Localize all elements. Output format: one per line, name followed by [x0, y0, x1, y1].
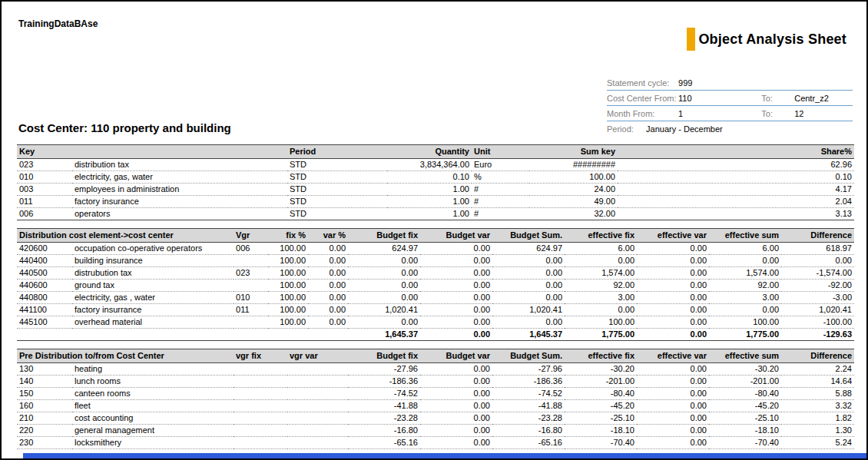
- table-cell: 003: [17, 184, 72, 196]
- table-cell: building insurance: [72, 255, 234, 267]
- table-cell: 0.00: [308, 316, 348, 329]
- table-cell: 100.00: [529, 171, 618, 184]
- table-cell: -27.96: [348, 363, 420, 376]
- table-cell: [287, 388, 348, 400]
- column-header: Distribution cost element->cost center: [17, 229, 234, 243]
- table-cell: 0.00: [637, 425, 709, 437]
- table-cell: 2.24: [781, 363, 854, 376]
- table-cell: -30.20: [709, 363, 781, 376]
- table-cell: [287, 437, 348, 449]
- table-cell: 440800: [17, 292, 72, 304]
- table-cell: 92.00: [565, 280, 637, 292]
- column-header: Budget var: [420, 349, 492, 363]
- report-window: TrainingDataBAse Object Analysis Sheet S…: [0, 0, 868, 460]
- table-cell: 445100: [17, 316, 72, 329]
- table-cell: 0.00: [420, 425, 492, 437]
- table-row: 011factory insuranceSTD1.00#49.002.04: [17, 196, 854, 208]
- table-row: 130heating-27.960.00-27.96-30.200.00-30.…: [17, 363, 854, 376]
- horizontal-scrollbar[interactable]: [23, 453, 866, 458]
- column-header: Difference: [781, 229, 854, 243]
- table-cell: 441100: [17, 304, 72, 316]
- table-cell: 0.00: [492, 255, 565, 267]
- table-cell: 100.00: [268, 255, 308, 267]
- table-cell: 0.00: [637, 255, 709, 267]
- table-cell: 0.10: [618, 171, 854, 184]
- table-cell: %: [472, 171, 529, 184]
- table-cell: 100.00: [268, 280, 308, 292]
- table-cell: -80.40: [709, 388, 781, 400]
- table-cell: 0.00: [637, 292, 709, 304]
- table-cell: 0.00: [420, 292, 492, 304]
- table-cell: 006: [17, 208, 72, 220]
- table-cell: -186.36: [348, 376, 420, 388]
- table-cell: -92.00: [781, 280, 854, 292]
- table-cell: [234, 376, 287, 388]
- table-cell: 0.00: [308, 267, 348, 280]
- column-header: Budget var: [420, 229, 492, 243]
- table-cell: 5.24: [781, 437, 854, 449]
- table-cell: 100.00: [565, 316, 637, 329]
- table-cell: [234, 437, 287, 449]
- table-cell: 618.97: [781, 243, 854, 255]
- table-cell: 150: [17, 388, 72, 400]
- column-header: Difference: [781, 349, 854, 363]
- table-cell: 0.00: [308, 292, 348, 304]
- table-cell: 0.00: [637, 304, 709, 316]
- table-row: 230locksmithery-65.160.00-65.16-70.400.0…: [17, 437, 854, 449]
- table-cell: 0.00: [420, 363, 492, 376]
- table-cell: 0.00: [637, 376, 709, 388]
- table-cell: 100.00: [709, 316, 781, 329]
- table-cell: 24.00: [529, 184, 618, 196]
- month-from-label: Month From:: [607, 109, 676, 119]
- table-cell: 0.00: [492, 316, 565, 329]
- table-cell: -18.10: [709, 425, 781, 437]
- table-row: 440400building insurance100.000.000.000.…: [17, 255, 854, 267]
- table-cell: 1.00: [387, 208, 472, 220]
- table-cell: 0.00: [420, 329, 492, 341]
- table-row: 440500distrubution tax023100.000.000.000…: [17, 267, 854, 280]
- table-cell: 0.00: [637, 388, 709, 400]
- column-header: Pre Distribution to/from Cost Center: [17, 349, 234, 363]
- table-cell: 1,775.00: [709, 329, 781, 341]
- table-cell: -1,574.00: [781, 267, 854, 280]
- month-range-row: Month From: 1 To: 12: [607, 106, 853, 121]
- table-cell: employees in administration: [72, 184, 287, 196]
- table-cell: occupation co-operative operators: [72, 243, 234, 255]
- table-cell: 0.00: [420, 400, 492, 412]
- table-cell: 210: [17, 412, 72, 425]
- column-header: Period: [287, 145, 387, 159]
- table-cell: 0.10: [387, 171, 472, 184]
- table-cell: 0.00: [709, 304, 781, 316]
- cost-center-heading: Cost Center: 110 property and building: [18, 121, 231, 134]
- period-value: January - December: [646, 124, 723, 134]
- table-cell: 0.00: [348, 280, 420, 292]
- table-cell: -80.40: [565, 388, 637, 400]
- table-cell: 1,574.00: [565, 267, 637, 280]
- table-cell: [287, 376, 348, 388]
- table-cell: 0.00: [308, 280, 348, 292]
- table-row: 003employees in administrationSTD1.00#24…: [17, 184, 854, 196]
- column-header: vgr var: [287, 349, 348, 363]
- table-cell: STD: [287, 184, 387, 196]
- table-cell: 1.82: [781, 412, 854, 425]
- column-header: Budget Sum.: [492, 349, 565, 363]
- table-cell: 0.00: [420, 304, 492, 316]
- table-cell: 0.00: [348, 316, 420, 329]
- table-cell: 14.64: [781, 376, 854, 388]
- table-cell: 0.00: [492, 267, 565, 280]
- cost-center-from-label: Cost Center From:: [607, 94, 676, 104]
- month-to-label: To:: [761, 109, 792, 119]
- table-cell: 1,020.41: [348, 304, 420, 316]
- table-cell: 1,574.00: [709, 267, 781, 280]
- report-title-block: Object Analysis Sheet: [687, 28, 846, 51]
- table-cell: 006: [234, 243, 268, 255]
- table-cell: ground tax: [72, 280, 234, 292]
- table-cell: 0.00: [420, 376, 492, 388]
- table-cell: 010: [234, 292, 268, 304]
- column-header: fix %: [268, 229, 308, 243]
- table-cell: -129.63: [781, 329, 854, 341]
- table-cell: #: [472, 196, 529, 208]
- table-row: 420600occupation co-operative operators0…: [17, 243, 854, 255]
- table-cell: 0.00: [348, 267, 420, 280]
- table-cell: -23.28: [348, 412, 420, 425]
